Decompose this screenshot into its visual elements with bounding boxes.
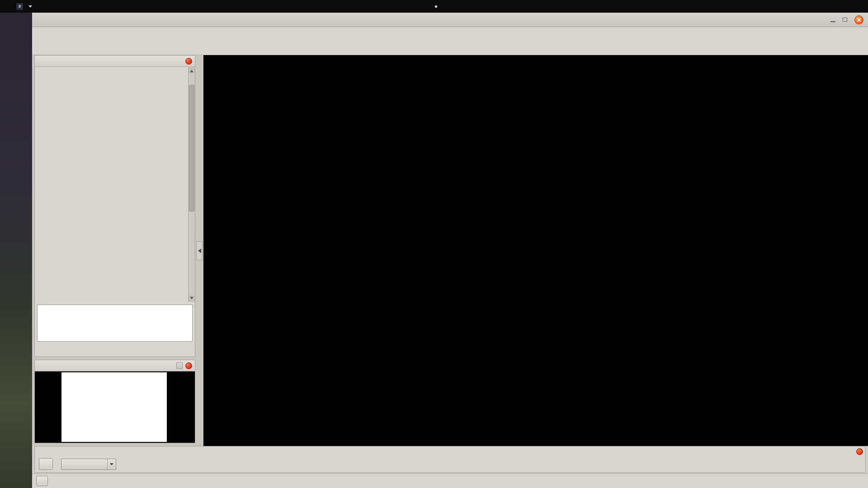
scrollbar-handle[interactable] (189, 85, 194, 211)
image-placeholder-area (61, 372, 167, 442)
image-close-button[interactable] (185, 362, 192, 369)
image-panel (34, 360, 195, 443)
property-help-box (37, 305, 193, 342)
clock[interactable] (431, 0, 437, 13)
time-controls (35, 456, 865, 472)
time-close-button[interactable] (856, 448, 863, 455)
chevron-down-icon (107, 459, 116, 469)
scroll-up-icon[interactable] (189, 67, 195, 73)
reset-button[interactable] (36, 476, 48, 486)
dock (0, 13, 32, 488)
menu-bar (32, 27, 868, 40)
close-button[interactable] (854, 15, 863, 24)
displays-panel (34, 55, 195, 357)
pause-button[interactable] (39, 458, 53, 470)
system-top-bar: R (0, 0, 868, 13)
image-undock-button[interactable] (176, 362, 183, 369)
window-buttons (830, 15, 863, 24)
pointcloud-canvas[interactable] (203, 55, 868, 446)
time-panel-header[interactable] (35, 446, 865, 456)
minimize-button[interactable] (830, 21, 835, 22)
displays-tree (35, 67, 195, 302)
notification-dot-icon (435, 5, 437, 8)
toolbar (32, 40, 868, 55)
render-view (203, 55, 868, 446)
image-view (35, 371, 195, 443)
status-bar (32, 474, 868, 488)
scroll-down-icon[interactable] (189, 296, 195, 302)
topbar-left: R (0, 0, 38, 13)
collapse-panel-button[interactable] (196, 241, 203, 260)
window-content (32, 55, 868, 446)
maximize-button[interactable] (843, 18, 847, 22)
screen: R (0, 0, 868, 488)
rviz-window (32, 13, 868, 488)
chevron-down-icon (28, 5, 32, 9)
image-icon (38, 362, 45, 369)
time-panel (34, 446, 866, 473)
rviz-app-icon: R (16, 3, 23, 10)
panel-splitter[interactable] (196, 55, 203, 446)
displays-close-button[interactable] (185, 58, 192, 65)
system-tray[interactable] (863, 0, 866, 13)
synchronization-select[interactable] (61, 459, 116, 470)
image-panel-header[interactable] (35, 360, 195, 371)
window-titlebar[interactable] (32, 13, 868, 27)
displays-icon (38, 58, 45, 64)
displays-panel-header[interactable] (35, 56, 195, 67)
app-menu[interactable]: R (11, 0, 38, 13)
activities-button[interactable] (0, 0, 11, 13)
clock-icon (37, 448, 44, 455)
tree-scrollbar[interactable] (188, 67, 195, 302)
displays-buttons (37, 344, 193, 355)
